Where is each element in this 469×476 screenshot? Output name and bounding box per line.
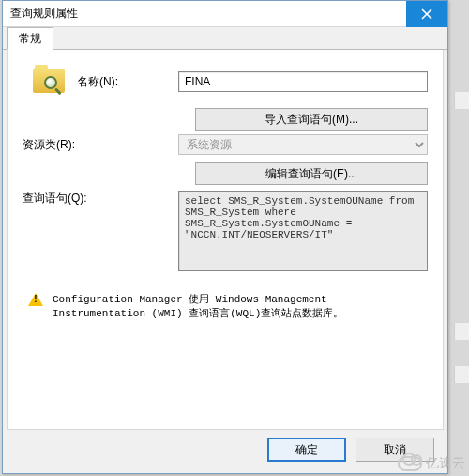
tab-general[interactable]: 常规	[7, 27, 53, 50]
query-text[interactable]	[178, 191, 428, 271]
query-folder-icon	[23, 63, 77, 100]
warning-icon	[28, 293, 43, 308]
resource-class-label: 资源类(R):	[23, 137, 178, 153]
dialog-title: 查询规则属性	[3, 6, 406, 22]
query-label: 查询语句(Q):	[23, 191, 178, 207]
background-fragment	[454, 366, 469, 383]
info-row: Configuration Manager 使用 Windows Managem…	[23, 293, 428, 322]
ok-button[interactable]: 确定	[267, 438, 346, 462]
general-panel: 名称(N): 导入查询语句(M)... 资源类(R): 系统资源 编辑查询语句(…	[7, 50, 444, 430]
background-fragment	[454, 92, 469, 109]
close-icon	[421, 8, 432, 20]
info-text: Configuration Manager 使用 Windows Managem…	[53, 293, 422, 322]
background-fragment	[454, 323, 469, 340]
close-button[interactable]	[406, 1, 447, 27]
resource-class-select[interactable]: 系统资源	[178, 134, 428, 155]
name-input[interactable]	[178, 71, 428, 92]
titlebar: 查询规则属性	[3, 1, 447, 27]
query-row: 查询语句(Q):	[23, 191, 428, 274]
edit-query-button[interactable]: 编辑查询语句(E)...	[195, 162, 428, 185]
resource-class-row: 资源类(R): 系统资源	[23, 134, 428, 155]
name-label: 名称(N):	[77, 74, 178, 90]
cancel-button[interactable]: 取消	[356, 438, 434, 462]
tab-strip: 常规	[3, 27, 447, 50]
import-query-button[interactable]: 导入查询语句(M)...	[195, 108, 428, 131]
query-rule-properties-dialog: 查询规则属性 常规 名称(N): 导入查询语句(M)...	[2, 0, 448, 474]
name-row: 名称(N):	[23, 63, 428, 100]
dialog-button-bar: 确定 取消	[267, 438, 434, 462]
